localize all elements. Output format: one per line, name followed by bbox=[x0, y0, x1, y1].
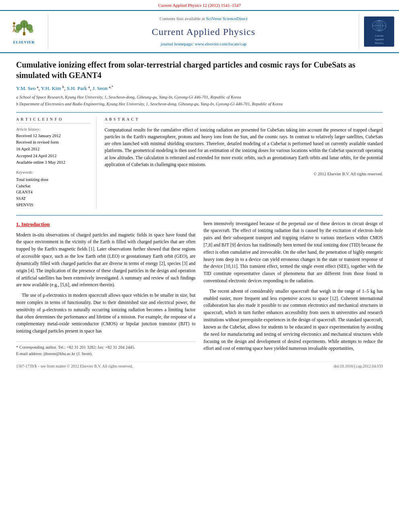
received-revised-label: Received in revised form bbox=[16, 140, 90, 146]
email-footnote: E-mail address: jihseon@khu.ac.kr (J. Se… bbox=[16, 351, 195, 357]
author-seon: J. Seon bbox=[93, 85, 108, 91]
journal-center-info: Contents lists available at SciVerse Sci… bbox=[48, 14, 359, 49]
affil-a-sup-3: a,* bbox=[109, 85, 113, 89]
homepage-url[interactable]: www.elsevier.com/locate/cap bbox=[195, 41, 247, 46]
received-revised-date: 16 April 2012 bbox=[16, 146, 90, 152]
article-info-panel: A R T I C L E I N F O Article history: R… bbox=[16, 117, 97, 209]
svg-point-7 bbox=[13, 22, 15, 25]
accepted-date: Accepted 24 April 2012 bbox=[16, 153, 90, 159]
keyword-5: SPENVIS bbox=[16, 202, 90, 208]
keyword-1: Total ionizing dose bbox=[16, 177, 90, 183]
author-seo: Y.M. Seo bbox=[16, 85, 36, 91]
body-col-left: 1. Introduction Modern in-situ observati… bbox=[16, 220, 195, 357]
elsevier-logo-section: ELSEVIER bbox=[0, 14, 48, 49]
body-para-1: Modern in-situ observations of charged p… bbox=[16, 232, 195, 289]
article-info-heading: A R T I C L E I N F O bbox=[16, 117, 90, 123]
footer-doi: doi:10.1016/j.cap.2012.04.033 bbox=[334, 364, 383, 369]
sciverse-line: Contents lists available at SciVerse Sci… bbox=[160, 16, 247, 22]
abstract-panel: A B S T R A C T Computational results fo… bbox=[105, 117, 383, 209]
corresponding-author: * Corresponding author. Tel.: +82 31 201… bbox=[16, 344, 195, 351]
top-citation-bar: Current Applied Physics 12 (2012) 1541–1… bbox=[0, 0, 399, 11]
keyword-3: GEANT4 bbox=[16, 189, 90, 195]
available-online: Available online 3 May 2012 bbox=[16, 160, 90, 166]
cap-logo-box: CurrentAppliedPhysics bbox=[364, 16, 394, 47]
citation-text: Current Applied Physics 12 (2012) 1541–1… bbox=[158, 3, 241, 8]
journal-header: ELSEVIER Contents lists available at Sci… bbox=[0, 11, 399, 53]
footer-bar: 1567-1739/$ – see front matter © 2012 El… bbox=[16, 362, 383, 369]
abstract-text: Computational results for the cumulative… bbox=[105, 127, 383, 168]
affil-a-sup-2: a bbox=[88, 85, 90, 89]
svg-rect-0 bbox=[23, 32, 25, 35]
copyright-line: © 2012 Elsevier B.V. All rights reserved… bbox=[105, 171, 383, 177]
footnote-area: * Corresponding author. Tel.: +82 31 201… bbox=[16, 341, 195, 357]
sciverse-link[interactable]: SciVerse ScienceDirect bbox=[206, 16, 247, 21]
history-label: Article history: bbox=[16, 127, 90, 132]
affiliation-b: b Department of Electronics and Radio En… bbox=[16, 101, 383, 107]
abstract-heading: A B S T R A C T bbox=[105, 117, 383, 123]
date-block: Received 12 January 2012 Received in rev… bbox=[16, 133, 90, 166]
cap-logo-title: CurrentAppliedPhysics bbox=[374, 34, 384, 45]
section-1-heading: 1. Introduction bbox=[16, 220, 195, 228]
keywords-section: Keywords: Total ionizing dose CubeSat GE… bbox=[16, 170, 90, 208]
journal-title: Current Applied Physics bbox=[152, 25, 255, 39]
affil-b-sup: b bbox=[62, 85, 64, 89]
affiliations: a School of Space Research, Kyung Hee Un… bbox=[16, 94, 383, 107]
cap-logo-section: CurrentAppliedPhysics bbox=[359, 14, 399, 49]
author-kim: Y.H. Kim bbox=[41, 85, 61, 91]
article-body: A R T I C L E I N F O Article history: R… bbox=[16, 112, 383, 209]
elsevier-tree-icon bbox=[10, 18, 38, 38]
body-para-4: The recent advent of considerably smalle… bbox=[204, 288, 383, 352]
elsevier-wordmark: ELSEVIER bbox=[13, 40, 35, 45]
keyword-2: CubeSat bbox=[16, 183, 90, 189]
journal-homepage: journal homepage: www.elsevier.com/locat… bbox=[160, 41, 247, 47]
main-content: Cumulative ionizing effect from solar-te… bbox=[0, 53, 399, 376]
keyword-4: SSAT bbox=[16, 196, 90, 202]
received-date: Received 12 January 2012 bbox=[16, 133, 90, 139]
body-col-right: been intensively investigated because of… bbox=[204, 220, 383, 357]
keywords-label: Keywords: bbox=[16, 170, 90, 175]
affiliation-a: a School of Space Research, Kyung Hee Un… bbox=[16, 94, 383, 101]
author-park: S.H. Park bbox=[67, 85, 87, 91]
svg-point-6 bbox=[29, 28, 33, 33]
footer-issn: 1567-1739/$ – see front matter © 2012 El… bbox=[16, 364, 133, 369]
body-para-3: been intensively investigated because of… bbox=[204, 220, 383, 285]
affil-a-sup-1: a bbox=[37, 85, 39, 89]
svg-point-5 bbox=[15, 28, 20, 33]
body-content: 1. Introduction Modern in-situ observati… bbox=[16, 215, 383, 357]
article-title: Cumulative ionizing effect from solar-te… bbox=[16, 60, 383, 80]
authors-line: Y.M. Seo a, Y.H. Kim b, S.H. Park a, J. … bbox=[16, 84, 383, 92]
svg-line-10 bbox=[13, 29, 14, 32]
body-para-2: The use of μ-electronics in modern space… bbox=[16, 292, 195, 335]
